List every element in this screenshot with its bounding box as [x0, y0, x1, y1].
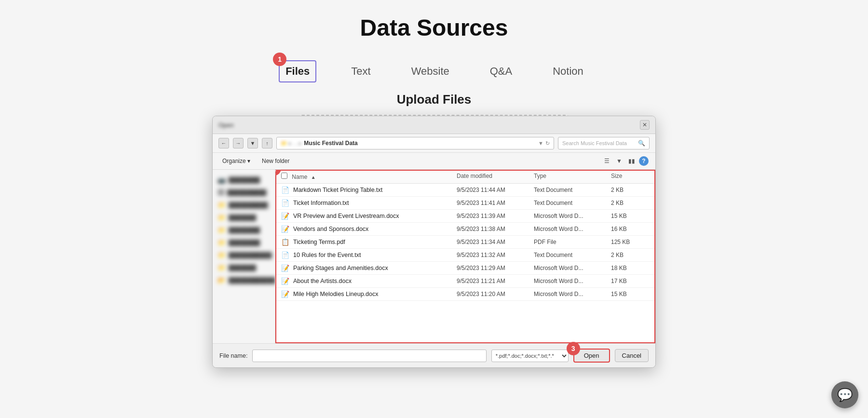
folder-icon-4: 📁: [217, 214, 226, 221]
dialog-actionbar: Organize ▾ New folder ☰ ▼ ▮▮ ?: [213, 153, 655, 170]
folder-icon-7: 📁: [217, 251, 226, 259]
filelist-header: Name ▲ Date modified Type Size: [275, 170, 655, 184]
file-icon-txt-5: 📄: [281, 251, 289, 259]
file-row-2[interactable]: 📝 VR Preview and Event Livestream.docx 9…: [275, 210, 655, 223]
new-folder-button[interactable]: New folder: [259, 156, 292, 166]
file-row-1[interactable]: 📄 Ticket Information.txt 9/5/2023 11:41 …: [275, 197, 655, 210]
nav-recent-button[interactable]: ▼: [247, 138, 258, 148]
tab-notion[interactable]: Notion: [547, 61, 589, 81]
file-name-4: 📋 Ticketing Terms.pdf: [281, 238, 457, 246]
tab-files[interactable]: 1 Files: [279, 60, 316, 82]
page-title: Data Sources: [0, 14, 868, 41]
chatbot-icon[interactable]: 💬: [831, 381, 858, 408]
cancel-button[interactable]: Cancel: [615, 349, 649, 362]
folder-icon-2: 🖼: [217, 189, 224, 196]
file-icon-txt-1: 📄: [281, 199, 289, 207]
sidebar-item-6[interactable]: 📁 ████████: [213, 236, 275, 249]
file-icon-docx-6: 📝: [281, 264, 289, 272]
dialog-titlebar: Open ✕: [213, 116, 655, 134]
dialog-filelist: 2 Name ▲ Date modified Type Size 📄 Markd…: [275, 170, 655, 343]
dialog-close-button[interactable]: ✕: [640, 120, 650, 130]
nav-forward-button[interactable]: →: [233, 138, 244, 148]
filetype-select[interactable]: *.pdf;*.doc;*.docx;*.txt;*.*: [491, 350, 569, 362]
page-header: Data Sources: [0, 0, 868, 51]
file-icon-docx-8: 📝: [281, 290, 289, 298]
col-header-date: Date modified: [457, 173, 534, 180]
file-icon-txt-0: 📄: [281, 186, 289, 194]
open-btn-wrapper: 3 Open: [573, 349, 610, 363]
folder-icon-8: 📁: [217, 264, 226, 271]
file-name-5: 📄 10 Rules for the Event.txt: [281, 251, 457, 259]
file-row-8[interactable]: 📝 Mile High Melodies Lineup.docx 9/5/202…: [275, 288, 655, 301]
file-row-4[interactable]: 📋 Ticketing Terms.pdf 9/5/2023 11:34 AM …: [275, 236, 655, 249]
dialog-title: Open: [218, 121, 234, 129]
tabs-container: 1 Files Text Website Q&A Notion: [0, 60, 868, 82]
file-row-7[interactable]: 📝 About the Artists.docx 9/5/2023 11:21 …: [275, 275, 655, 288]
file-name-1: 📄 Ticket Information.txt: [281, 199, 457, 207]
file-name-2: 📝 VR Preview and Event Livestream.docx: [281, 212, 457, 220]
file-name-0: 📄 Markdown Ticket Pricing Table.txt: [281, 186, 457, 194]
sort-arrow: ▲: [311, 175, 316, 180]
file-name-7: 📝 About the Artists.docx: [281, 277, 457, 285]
address-path-blurred: 📁 ▸ ... ▸: [281, 140, 302, 147]
folder-icon-6: 📁: [217, 239, 226, 246]
dialog-toolbar: ← → ▼ ↑ 📁 ▸ ... ▸ Music Festival Data ▼ …: [213, 134, 655, 153]
folder-icon-5: 📁: [217, 226, 226, 234]
view-pane-button[interactable]: ▮▮: [626, 156, 637, 166]
file-row-3[interactable]: 📝 Vendors and Sponsors.docx 9/5/2023 11:…: [275, 223, 655, 236]
file-icon-docx-2: 📝: [281, 212, 289, 220]
upload-title: Upload Files: [0, 92, 868, 107]
file-name-8: 📝 Mile High Melodies Lineup.docx: [281, 290, 457, 298]
tab-website[interactable]: Website: [406, 61, 455, 81]
file-name-3: 📝 Vendors and Sponsors.docx: [281, 225, 457, 233]
file-name-6: 📝 Parking Stages and Amenities.docx: [281, 264, 457, 272]
sidebar-item-4[interactable]: 📁 ███████: [213, 211, 275, 224]
file-row-5[interactable]: 📄 10 Rules for the Event.txt 9/5/2023 11…: [275, 249, 655, 262]
sidebar-item-1[interactable]: 📷 ████████: [213, 174, 275, 186]
nav-up-button[interactable]: ↑: [262, 138, 272, 148]
organize-button[interactable]: Organize ▾: [219, 156, 253, 166]
sidebar-item-5[interactable]: 📁 ████████: [213, 224, 275, 236]
view-list-button[interactable]: ☰: [601, 156, 612, 166]
nav-back-button[interactable]: ←: [218, 138, 229, 148]
dialog-sidebar: 📷 ████████ 🖼 ██████████ 📁 ██████████ 📁 █…: [213, 170, 275, 343]
sidebar-item-3[interactable]: 📁 ██████████: [213, 199, 275, 211]
address-bar[interactable]: 📁 ▸ ... ▸ Music Festival Data ▼ ↻: [276, 137, 554, 149]
search-bar[interactable]: Search Music Festival Data 🔍: [558, 137, 650, 149]
file-icon-docx-3: 📝: [281, 225, 289, 233]
tab-qa[interactable]: Q&A: [484, 61, 518, 81]
filename-label: File name:: [219, 352, 247, 359]
file-icon-docx-7: 📝: [281, 277, 289, 285]
tab-text[interactable]: Text: [345, 61, 376, 81]
sidebar-item-2[interactable]: 🖼 ██████████: [213, 186, 275, 199]
tab-files-badge: 1: [273, 53, 286, 66]
sidebar-item-8[interactable]: 📁 ███████: [213, 261, 275, 274]
folder-icon-1: 📷: [217, 176, 226, 184]
sidebar-item-7[interactable]: 📁 ███████████: [213, 249, 275, 261]
file-icon-pdf-4: 📋: [281, 238, 289, 246]
address-refresh-btn[interactable]: ↻: [545, 140, 550, 147]
view-dropdown-button[interactable]: ▼: [614, 156, 624, 166]
filename-input[interactable]: [252, 350, 486, 362]
view-help-button[interactable]: ?: [639, 156, 649, 166]
select-all-checkbox[interactable]: [281, 173, 287, 179]
search-icon: 🔍: [638, 140, 645, 147]
address-folder: Music Festival Data: [304, 140, 357, 147]
col-header-name: Name ▲: [281, 173, 457, 180]
file-row-0[interactable]: 📄 Markdown Ticket Pricing Table.txt 9/5/…: [275, 184, 655, 197]
dialog-footer: File name: *.pdf;*.doc;*.docx;*.txt;*.* …: [213, 343, 655, 367]
address-dropdown-btn[interactable]: ▼: [538, 140, 543, 146]
search-festival-data-label: Search Music Festival Data: [562, 140, 635, 146]
col-header-type: Type: [534, 173, 611, 180]
file-dialog: Open ✕ ← → ▼ ↑ 📁 ▸ ... ▸ Music Festival …: [212, 116, 656, 368]
col-header-size: Size: [611, 173, 650, 180]
file-row-6[interactable]: 📝 Parking Stages and Amenities.docx 9/5/…: [275, 262, 655, 275]
folder-icon-9: 📂: [217, 276, 226, 284]
badge-3: 3: [567, 342, 580, 355]
view-controls: ☰ ▼ ▮▮ ?: [601, 156, 649, 166]
dialog-body: 📷 ████████ 🖼 ██████████ 📁 ██████████ 📁 █…: [213, 170, 655, 343]
folder-icon-3: 📁: [217, 201, 226, 209]
sidebar-item-9[interactable]: 📂 ████████████: [213, 274, 275, 286]
